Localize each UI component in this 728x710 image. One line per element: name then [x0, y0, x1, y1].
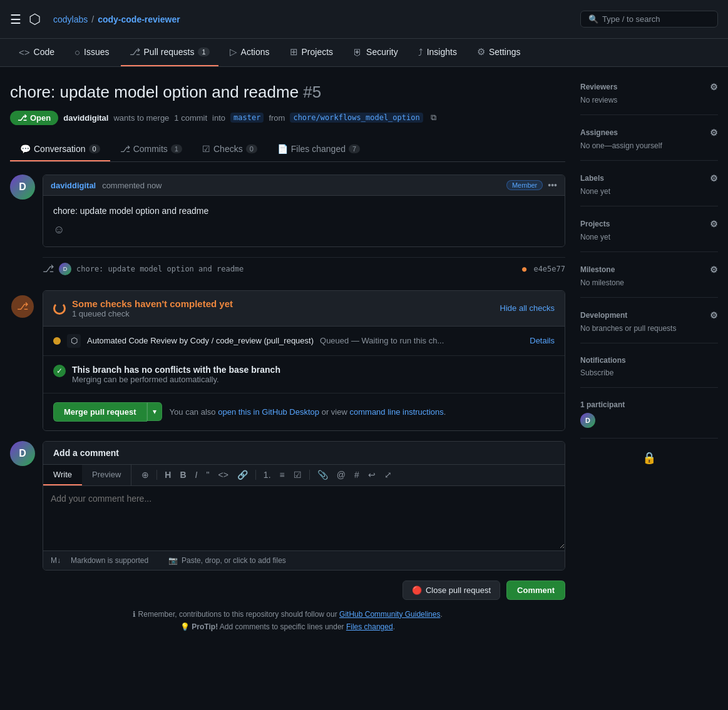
toolbar-header-icon[interactable]: H — [162, 469, 173, 481]
footer-tip1: Remember, contributions to this reposito… — [138, 610, 337, 619]
pr-head-branch[interactable]: chore/workflows_model_option — [290, 113, 423, 123]
close-pull-request-button[interactable]: 🔴 Close pull request — [402, 581, 500, 600]
sidebar-notifications-label: Notifications — [580, 356, 718, 365]
toolbar-fullscreen-icon[interactable]: ⤢ — [382, 469, 394, 481]
tab-insights[interactable]: ⤴ Insights — [409, 39, 466, 66]
repo-name[interactable]: cody-code-reviewer — [98, 14, 180, 24]
pr-tab-commits[interactable]: ⎇ Commits 1 — [110, 138, 192, 161]
close-pr-icon: 🔴 — [412, 586, 422, 595]
tab-code[interactable]: <> Code — [10, 39, 63, 66]
notifications-value[interactable]: Subscribe — [580, 368, 718, 377]
repo-tabs: <> Code ○ Issues ⎇ Pull requests 1 ▷ Act… — [0, 39, 728, 67]
toolbar-code-icon[interactable]: <> — [215, 469, 230, 481]
toolbar-task-list-icon[interactable]: ☑ — [291, 469, 304, 481]
tab-settings[interactable]: ⚙ Settings — [468, 39, 530, 66]
toolbar-italic-icon[interactable]: I — [193, 469, 200, 481]
toolbar-at-icon[interactable]: @ — [334, 469, 348, 481]
editor-tabs: Write Preview ⊕ H B I " <> 🔗 — [43, 465, 565, 486]
toolbar-separator-2 — [255, 470, 256, 480]
checks-subtitle: 1 queued check — [72, 309, 233, 318]
development-gear-icon[interactable]: ⚙ — [710, 310, 718, 320]
pr-meta: ⎇ Open daviddigital wants to merge 1 com… — [10, 111, 565, 125]
commit-message[interactable]: chore: update model option and readme — [76, 265, 244, 273]
toolbar-link-icon[interactable]: 🔗 — [235, 469, 250, 481]
commits-badge: 1 — [171, 145, 182, 153]
path-separator: / — [91, 14, 94, 24]
comment-author[interactable]: daviddigital — [51, 181, 96, 190]
sidebar-reviewers-label: Reviewers ⚙ — [580, 82, 718, 92]
tab-pull-requests[interactable]: ⎇ Pull requests 1 — [121, 39, 218, 66]
pr-author[interactable]: daviddigital — [63, 113, 108, 123]
toolbar-reference-icon[interactable]: # — [352, 469, 362, 481]
projects-gear-icon[interactable]: ⚙ — [710, 219, 718, 229]
search-placeholder: Type / to search — [602, 14, 660, 24]
files-changed-link[interactable]: Files changed — [346, 622, 393, 631]
sidebar-participants-label: 1 participant — [580, 400, 718, 409]
toolbar-undo-icon[interactable]: ↩ — [366, 469, 378, 481]
comment-textarea[interactable] — [43, 486, 565, 549]
toolbar-attachment-icon[interactable]: 📎 — [315, 469, 331, 481]
commit-sha[interactable]: e4e5e77 — [533, 265, 565, 273]
sidebar-assignees: Assignees ⚙ No one—assign yourself — [580, 128, 718, 161]
development-value: No branches or pull requests — [580, 324, 718, 333]
toolbar-quote-icon[interactable]: " — [204, 469, 212, 481]
tab-security[interactable]: ⛨ Security — [344, 39, 407, 66]
reviewers-gear-icon[interactable]: ⚙ — [710, 82, 718, 92]
search-box[interactable]: 🔍 Type / to search — [580, 11, 718, 28]
open-github-desktop-link[interactable]: open this in GitHub Desktop — [218, 407, 319, 417]
org-name[interactable]: codylabs — [53, 14, 88, 24]
tab-projects[interactable]: ⊞ Projects — [281, 39, 342, 66]
toolbar-unordered-list-icon[interactable]: ≡ — [277, 469, 287, 481]
branch-check-row: ✓ This branch has no conflicts with the … — [43, 356, 565, 393]
toolbar-separator — [156, 470, 157, 480]
tab-security-label: Security — [366, 47, 398, 57]
check-name: Automated Code Review by Cody / code_rev… — [87, 336, 314, 345]
files-icon: 📄 — [277, 144, 288, 154]
emoji-reaction-icon[interactable]: ☺ — [53, 223, 64, 236]
sidebar-labels-label: Labels ⚙ — [580, 173, 718, 183]
commit-sha-dot: ● — [522, 265, 526, 273]
sidebar-labels: Labels ⚙ None yet — [580, 173, 718, 206]
labels-gear-icon[interactable]: ⚙ — [710, 173, 718, 183]
milestone-gear-icon[interactable]: ⚙ — [710, 265, 718, 275]
comment-more-options[interactable]: ••• — [548, 180, 557, 190]
tab-pr-label: Pull requests — [144, 47, 195, 57]
pr-tab-files-changed[interactable]: 📄 Files changed 7 — [267, 138, 370, 161]
commits-icon: ⎇ — [120, 144, 130, 154]
assignees-gear-icon[interactable]: ⚙ — [710, 128, 718, 138]
menu-icon[interactable]: ☰ — [10, 12, 21, 27]
branch-check-title: This branch has no conflicts with the ba… — [72, 365, 280, 375]
merge-dropdown-button[interactable]: ▾ — [147, 402, 162, 421]
insights-icon: ⤴ — [418, 47, 423, 58]
tab-actions[interactable]: ▷ Actions — [221, 39, 279, 66]
toolbar-ordered-list-icon[interactable]: 1. — [261, 469, 274, 481]
checks-spinner — [53, 302, 66, 315]
hide-all-checks-link[interactable]: Hide all checks — [500, 303, 555, 313]
check-status-dot-yellow — [53, 337, 61, 345]
pr-into: into — [212, 113, 225, 123]
pr-tab-commits-label: Commits — [133, 144, 168, 154]
editor-tab-write[interactable]: Write — [43, 465, 82, 485]
check-status-dot-green: ✓ — [53, 365, 66, 377]
commit-reference: ⎇ D chore: update model option and readm… — [43, 257, 565, 280]
pr-tab-conversation[interactable]: 💬 Conversation 0 — [10, 138, 110, 161]
pr-tab-checks[interactable]: ☑ Checks 0 — [192, 138, 267, 161]
submit-comment-button[interactable]: Comment — [506, 581, 565, 600]
action-buttons: 🔴 Close pull request Comment — [10, 581, 565, 600]
pr-base-branch[interactable]: master — [230, 113, 264, 123]
sidebar-assignees-label: Assignees ⚙ — [580, 128, 718, 138]
editor-tab-preview[interactable]: Preview — [82, 465, 131, 485]
check-details-link[interactable]: Details — [530, 336, 555, 345]
community-guidelines-link[interactable]: GitHub Community Guidelines — [339, 610, 440, 619]
copy-branch-icon[interactable]: ⧉ — [431, 113, 436, 123]
file-upload-area[interactable]: 📷 Paste, drop, or click to add files — [168, 556, 286, 565]
toolbar-bold-icon[interactable]: B — [177, 469, 188, 481]
command-line-instructions-link[interactable]: command line instructions — [350, 407, 444, 417]
sidebar: Reviewers ⚙ No reviews Assignees ⚙ No on… — [580, 82, 718, 631]
merge-pull-request-button[interactable]: Merge pull request — [53, 402, 147, 422]
toolbar-mention-icon[interactable]: ⊕ — [139, 469, 151, 481]
tab-issues[interactable]: ○ Issues — [66, 39, 118, 66]
labels-value: None yet — [580, 187, 718, 196]
assignees-value[interactable]: No one—assign yourself — [580, 141, 718, 150]
pr-tab-conversation-label: Conversation — [34, 144, 86, 154]
